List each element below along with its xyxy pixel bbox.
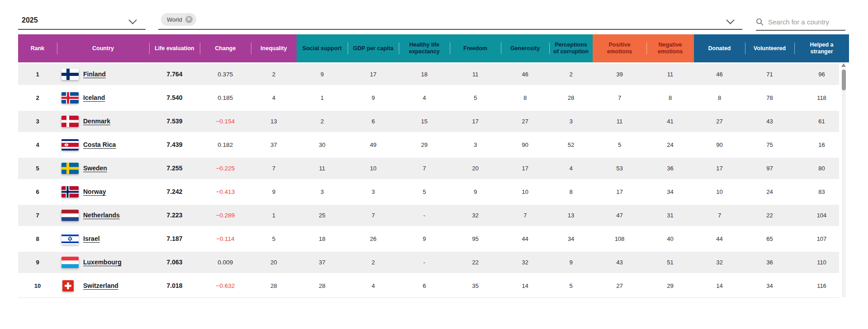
value-cell: 71 <box>745 62 794 86</box>
life-evaluation-cell: 7.063 <box>149 250 200 274</box>
life-evaluation-cell: 7.187 <box>149 227 200 250</box>
country-link[interactable]: Luxembourg <box>83 258 122 266</box>
table-row: 7Netherlands7.223−0.2891257-327134731722… <box>18 203 839 227</box>
life-evaluation-cell: 7.540 <box>149 86 200 109</box>
country-search[interactable] <box>756 14 845 31</box>
value-cell: 17 <box>694 156 745 180</box>
scrollbar-track[interactable] <box>842 68 846 297</box>
country-link[interactable]: Finland <box>83 70 106 78</box>
country-link[interactable]: Costa Rica <box>83 141 116 148</box>
value-cell: 32 <box>450 203 501 227</box>
iceland-flag-icon <box>61 92 79 103</box>
value-cell: 10 <box>501 180 549 203</box>
value-cell: 26 <box>348 227 399 250</box>
table-scrollbar[interactable] <box>842 63 846 297</box>
search-input[interactable] <box>767 18 845 26</box>
value-cell: 40 <box>646 227 694 250</box>
value-cell: 5 <box>251 227 297 250</box>
value-cell: 11 <box>646 62 694 86</box>
value-cell: 37 <box>251 133 297 156</box>
change-cell: −0.289 <box>200 203 251 227</box>
column-header-positive-emotions[interactable]: Positive emotions <box>593 34 646 62</box>
value-cell: 1 <box>251 203 297 227</box>
column-header-negative-emotions[interactable]: Negative emotions <box>646 34 694 62</box>
column-header-generosity[interactable]: Generosity <box>501 34 549 62</box>
value-cell: 3 <box>348 180 399 203</box>
country-link[interactable]: Israel <box>83 235 100 242</box>
column-header-helped-a-stranger[interactable]: Helped a stranger <box>794 34 849 62</box>
column-header-country[interactable]: Country <box>57 34 149 62</box>
value-cell: 22 <box>450 250 501 274</box>
value-cell: 17 <box>501 156 549 180</box>
column-header-gdp-per-capita[interactable]: GDP per capita <box>348 34 399 62</box>
rank-cell: 2 <box>18 86 57 109</box>
value-cell: 27 <box>593 274 646 297</box>
column-header-change[interactable]: Change <box>200 34 251 62</box>
column-header-healthy-life-expectancy[interactable]: Healthy life expectancy <box>399 34 450 62</box>
table-row: 8Israel7.187−0.1145182699544341084044651… <box>18 227 839 250</box>
table-row: 4Costa Rica7.4390.1823730492939052524907… <box>18 133 839 156</box>
country-cell: Switzerland <box>57 274 149 297</box>
change-cell: 0.185 <box>200 86 251 109</box>
column-header-inequality[interactable]: Inequality <box>251 34 297 62</box>
value-cell: 24 <box>745 180 794 203</box>
value-cell: 3 <box>450 133 501 156</box>
column-header-life-evaluation[interactable]: Life evaluation <box>149 34 200 62</box>
value-cell: 46 <box>694 62 745 86</box>
column-header-volunteered[interactable]: Volunteered <box>745 34 794 62</box>
value-cell: 104 <box>794 203 839 227</box>
value-cell: 28 <box>297 274 348 297</box>
switzerland-flag-icon <box>62 280 74 291</box>
value-cell: 6 <box>399 274 450 297</box>
luxembourg-flag-icon <box>61 257 79 268</box>
country-link[interactable]: Switzerland <box>83 282 118 289</box>
country-link[interactable]: Sweden <box>83 164 107 172</box>
rank-cell: 5 <box>18 156 57 180</box>
value-cell: 78 <box>745 86 794 109</box>
region-dropdown[interactable]: World ✕ <box>158 11 742 30</box>
scrollbar-thumb[interactable] <box>842 70 846 90</box>
remove-chip-icon[interactable]: ✕ <box>185 16 193 23</box>
value-cell: 95 <box>450 227 501 250</box>
column-header-social-support[interactable]: Social support <box>297 34 348 62</box>
column-header-label: Helped a stranger <box>798 42 845 55</box>
country-link[interactable]: Denmark <box>83 118 110 125</box>
scroll-up-icon[interactable] <box>841 63 846 67</box>
value-cell: 17 <box>450 109 501 133</box>
column-header-rank[interactable]: Rank <box>18 34 57 62</box>
value-cell: 44 <box>501 227 549 250</box>
value-cell: 34 <box>646 180 694 203</box>
value-cell: 5 <box>399 180 450 203</box>
country-link[interactable]: Netherlands <box>83 212 120 219</box>
value-cell: 7 <box>251 156 297 180</box>
value-cell: 2 <box>297 109 348 133</box>
costa-rica-flag-icon <box>61 139 79 150</box>
column-header-label: Inequality <box>260 45 287 52</box>
country-link[interactable]: Iceland <box>83 94 105 101</box>
value-cell: 4 <box>251 86 297 109</box>
value-cell: 32 <box>501 250 549 274</box>
country-link[interactable]: Norway <box>83 188 106 195</box>
rank-cell: 3 <box>18 109 57 133</box>
change-cell: −0.225 <box>200 156 251 180</box>
life-evaluation-cell: 7.764 <box>149 62 200 86</box>
year-dropdown[interactable]: 2025 <box>18 12 146 30</box>
value-cell: 2 <box>251 62 297 86</box>
table-body: 1Finland7.7640.3752917181146239114671962… <box>18 62 839 298</box>
column-header-freedom[interactable]: Freedom <box>450 34 501 62</box>
value-cell: 5 <box>593 133 646 156</box>
column-header-label: Healthy life expectancy <box>402 42 446 55</box>
column-header-donated[interactable]: Donated <box>694 34 745 62</box>
value-cell: 83 <box>794 180 839 203</box>
denmark-flag-icon <box>61 116 79 127</box>
column-header-perceptions-of-corruption[interactable]: Perceptions of corruption <box>549 34 593 62</box>
rank-cell: 8 <box>18 227 57 250</box>
value-cell: 8 <box>694 86 745 109</box>
change-cell: −0.632 <box>200 274 251 297</box>
value-cell: 36 <box>745 250 794 274</box>
value-cell: 39 <box>593 62 646 86</box>
column-header-label: Change <box>215 45 236 52</box>
region-chip[interactable]: World ✕ <box>161 13 196 26</box>
value-cell: 118 <box>794 86 839 109</box>
country-cell: Denmark <box>57 109 149 133</box>
